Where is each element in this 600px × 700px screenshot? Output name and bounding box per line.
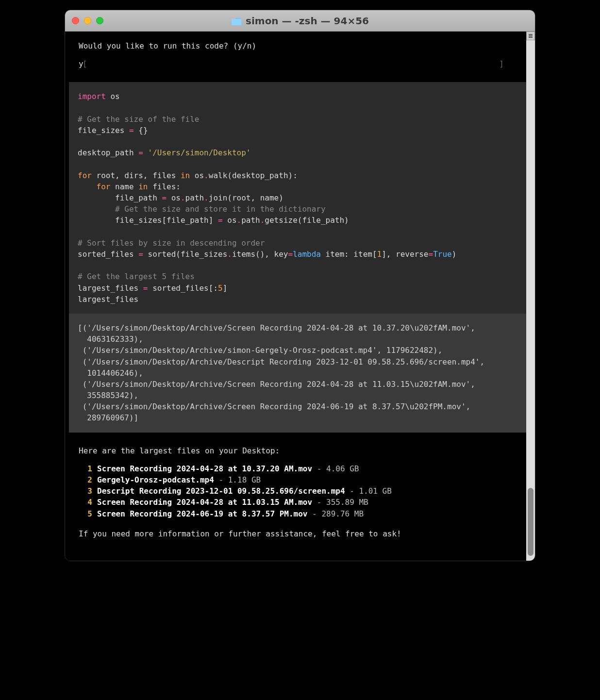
list-item: 1 Screen Recording 2024-04-28 at 10.37.2… — [79, 463, 516, 474]
list-item: 4 Screen Recording 2024-04-28 at 11.03.1… — [79, 497, 516, 508]
folder-icon — [231, 17, 242, 25]
file-rank: 3 — [79, 485, 92, 497]
minimize-button[interactable] — [84, 17, 91, 24]
summary-heading: Here are the largest files on your Deskt… — [79, 445, 516, 456]
file-name: Descript Recording 2023-12-01 09.58.25.6… — [97, 486, 345, 496]
scrollbar-corner-icon — [526, 32, 535, 40]
maximize-button[interactable] — [96, 17, 103, 24]
traffic-lights — [72, 17, 103, 24]
file-size: - 4.06 GB — [312, 464, 359, 473]
list-item: 5 Screen Recording 2024-06-19 at 8.37.57… — [79, 508, 516, 519]
prompt-bracket-right: ] — [499, 58, 504, 69]
prompt-question: Would you like to run this code? (y/n) — [79, 40, 516, 51]
file-name: Gergely-Orosz-podcast.mp4 — [97, 475, 214, 484]
scrollbar-thumb[interactable] — [528, 488, 533, 556]
file-size: - 1.18 GB — [214, 475, 261, 484]
summary: Here are the largest files on your Deskt… — [65, 445, 526, 539]
output-block: [('/Users/simon/Desktop/Archive/Screen R… — [69, 314, 526, 433]
file-rank: 1 — [79, 463, 92, 474]
file-name: Screen Recording 2024-06-19 at 8.37.57 P… — [97, 509, 307, 518]
code-block: import os # Get the size of the file fil… — [69, 82, 526, 314]
titlebar[interactable]: simon — -zsh — 94×56 — [65, 10, 535, 32]
kw-import: import — [78, 92, 106, 101]
file-size: - 289.76 MB — [307, 509, 364, 518]
file-list: 1 Screen Recording 2024-04-28 at 10.37.2… — [79, 463, 516, 519]
file-size: - 355.89 MB — [312, 498, 368, 507]
list-item: 2 Gergely-Orosz-podcast.mp4 - 1.18 GB — [79, 474, 516, 485]
window-title: simon — -zsh — 94×56 — [231, 15, 369, 27]
file-rank: 5 — [79, 508, 92, 519]
file-name: Screen Recording 2024-04-28 at 11.03.15 … — [97, 498, 312, 507]
close-button[interactable] — [72, 17, 79, 24]
list-item: 3 Descript Recording 2023-12-01 09.58.25… — [79, 485, 516, 497]
file-rank: 4 — [79, 497, 92, 508]
footer-message: If you need more information or further … — [79, 528, 516, 539]
prompt-bracket-left: [ — [83, 58, 87, 69]
terminal-window: simon — -zsh — 94×56 Would you like to r… — [65, 10, 535, 561]
file-rank: 2 — [79, 474, 92, 485]
file-size: - 1.01 GB — [345, 486, 392, 496]
file-name: Screen Recording 2024-04-28 at 10.37.20 … — [97, 464, 312, 473]
window-title-text: simon — -zsh — 94×56 — [246, 15, 369, 27]
scrollbar-track[interactable] — [526, 32, 535, 561]
comment: # Get the size of the file — [78, 115, 199, 124]
terminal-body[interactable]: Would you like to run this code? (y/n) [… — [65, 32, 535, 561]
